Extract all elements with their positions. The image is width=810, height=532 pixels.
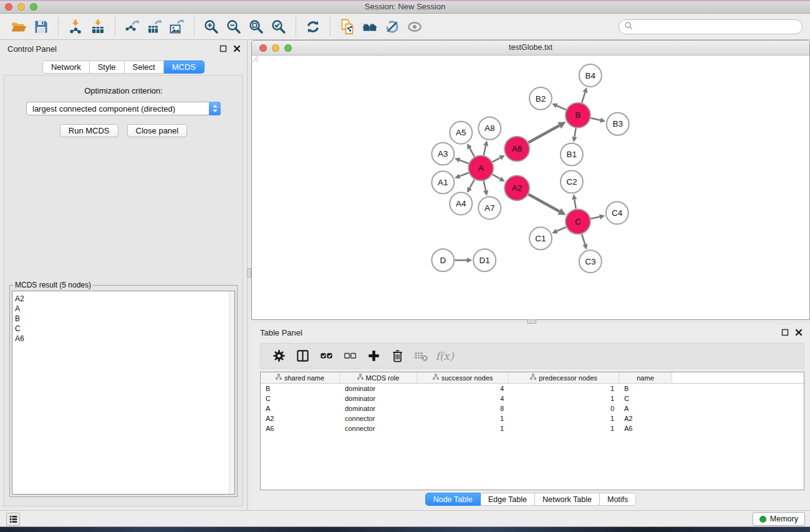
table-cell[interactable]: 8 <box>417 404 509 414</box>
table-cell[interactable]: B <box>261 384 340 394</box>
memory-label: Memory <box>770 515 798 523</box>
column-header-mcds-role[interactable]: MCDS role <box>340 372 417 383</box>
split-table-view-icon[interactable] <box>291 346 314 367</box>
table-cell[interactable]: A6 <box>619 423 672 433</box>
delete-table-icon[interactable] <box>409 346 433 367</box>
table-cell[interactable]: 1 <box>509 394 619 404</box>
houses-icon[interactable] <box>359 16 381 37</box>
mcds-panel: Optimization criterion: largest connecte… <box>4 75 243 506</box>
memory-button[interactable]: Memory <box>753 512 805 526</box>
table-cell[interactable]: dominator <box>340 384 417 394</box>
table-cell[interactable]: 1 <box>509 414 619 423</box>
table-cell[interactable]: B <box>619 384 672 394</box>
table-cell[interactable]: A2 <box>261 414 340 423</box>
column-header-name[interactable]: name <box>619 372 672 383</box>
run-mcds-button[interactable]: Run MCDS <box>60 124 118 137</box>
column-header-predecessor-nodes[interactable]: predecessor nodes <box>509 372 619 383</box>
column-header-shared-name[interactable]: shared name <box>261 372 340 383</box>
table-cell[interactable]: 1 <box>417 423 509 433</box>
zoom-in-icon[interactable] <box>200 16 223 37</box>
tab-select[interactable]: Select <box>125 60 164 74</box>
zoom-out-icon[interactable] <box>223 16 245 37</box>
table-cell[interactable]: 0 <box>509 404 619 414</box>
float-panel-icon[interactable] <box>219 45 227 52</box>
table-cell[interactable]: connector <box>340 414 417 423</box>
save-session-icon[interactable] <box>30 16 52 37</box>
toolbar-separator <box>296 17 296 36</box>
zoom-selected-icon[interactable] <box>268 16 290 37</box>
close-panel-button[interactable]: Close panel <box>127 124 188 137</box>
horizontal-splitter-grip[interactable] <box>527 319 536 324</box>
tab-network-table[interactable]: Network Table <box>535 493 600 506</box>
select-all-checks-icon[interactable] <box>314 346 338 367</box>
tab-motifs[interactable]: Motifs <box>600 493 636 506</box>
network-canvas[interactable]: B4B2BB3A5A8A6B1A3AA1C2A2A4A7C4CC1C3DD1 <box>252 56 809 319</box>
export-table-icon[interactable] <box>143 16 166 37</box>
table-row[interactable]: A2connector11A2 <box>261 414 804 423</box>
table-cell[interactable]: 4 <box>417 384 509 394</box>
task-history-button[interactable] <box>6 513 20 526</box>
vertical-splitter-grip[interactable] <box>247 268 251 278</box>
table-row[interactable]: Cdominator41C <box>261 394 804 404</box>
mcds-result-items: A2ABCA6 <box>12 291 234 344</box>
table-row[interactable]: Bdominator41B <box>261 384 804 394</box>
zoom-fit-icon[interactable] <box>245 16 268 37</box>
close-panel-icon[interactable] <box>233 45 241 52</box>
column-type-icon <box>433 374 439 382</box>
mcds-result-item[interactable]: C <box>15 324 234 334</box>
function-builder-icon[interactable]: f(x) <box>433 346 456 367</box>
tab-edge-table[interactable]: Edge Table <box>481 493 535 506</box>
select-stepper-icon[interactable] <box>209 102 221 115</box>
mcds-result-list[interactable]: A2ABCA6 <box>12 291 235 495</box>
table-float-panel-icon[interactable] <box>781 329 789 338</box>
mcds-result-item[interactable]: A2 <box>15 294 234 304</box>
copy-network-icon[interactable] <box>336 16 359 37</box>
control-panel-tabs: NetworkStyleSelectMCDS <box>0 60 247 74</box>
table-panel: Table Panel f(x) shared nameMCDS rolesuc… <box>251 324 810 510</box>
table-row[interactable]: A6connector11A6 <box>261 423 804 433</box>
table-close-panel-icon[interactable] <box>795 329 803 338</box>
criterion-select[interactable]: largest connected component (directed) <box>26 102 221 115</box>
import-network-icon[interactable] <box>64 16 87 37</box>
export-network-icon[interactable] <box>121 16 143 37</box>
refresh-view-icon[interactable] <box>302 16 324 37</box>
tab-node-table[interactable]: Node Table <box>425 493 481 506</box>
column-type-icon <box>530 374 536 382</box>
table-cell[interactable]: A2 <box>619 414 672 423</box>
mcds-result-item[interactable]: A6 <box>15 334 234 344</box>
table-cell[interactable]: A6 <box>261 423 340 433</box>
table-cell[interactable]: C <box>261 394 340 404</box>
tab-network[interactable]: Network <box>42 60 90 74</box>
show-graphics-details-icon[interactable] <box>403 16 426 37</box>
search-box[interactable] <box>619 19 803 34</box>
table-cell[interactable]: A <box>619 404 672 414</box>
resize-corner-icon[interactable] <box>252 56 809 319</box>
table-cell[interactable]: dominator <box>340 404 417 414</box>
column-header-label: MCDS role <box>366 374 400 382</box>
table-cell[interactable]: 1 <box>417 414 509 423</box>
table-cell[interactable]: C <box>619 394 672 404</box>
clear-all-checks-icon[interactable] <box>338 346 362 367</box>
table-cell[interactable]: dominator <box>340 394 417 404</box>
toolbar-separator <box>330 17 330 36</box>
add-column-icon[interactable] <box>362 346 385 367</box>
hide-graphics-details-icon[interactable] <box>381 16 403 37</box>
column-header-successor-nodes[interactable]: successor nodes <box>417 372 509 383</box>
table-cell[interactable]: A <box>261 404 340 414</box>
table-cell[interactable]: 4 <box>417 394 509 404</box>
export-image-icon[interactable] <box>166 16 188 37</box>
table-row[interactable]: Adominator80A <box>261 404 804 414</box>
tab-mcds[interactable]: MCDS <box>164 60 205 74</box>
column-settings-icon[interactable] <box>267 346 291 367</box>
table-cell[interactable]: 1 <box>509 423 619 433</box>
mcds-result-item[interactable]: B <box>15 314 234 324</box>
table-cell[interactable]: connector <box>340 423 417 433</box>
open-session-icon[interactable] <box>7 16 30 37</box>
search-input[interactable] <box>637 22 797 31</box>
tab-style[interactable]: Style <box>90 60 125 74</box>
mcds-result-item[interactable]: A <box>15 304 234 314</box>
delete-columns-icon[interactable] <box>385 346 409 367</box>
result-scrollbar[interactable] <box>229 291 234 494</box>
import-table-icon[interactable] <box>87 16 109 37</box>
table-cell[interactable]: 1 <box>509 384 619 394</box>
